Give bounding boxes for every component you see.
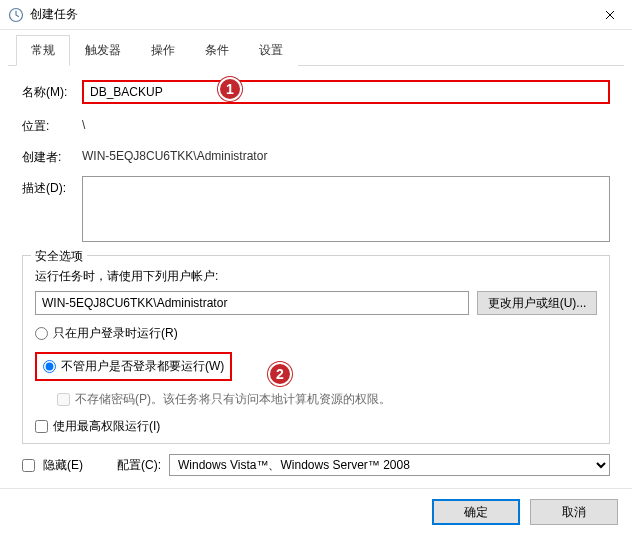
name-input[interactable] [82, 80, 610, 104]
tab-conditions[interactable]: 条件 [190, 35, 244, 66]
tab-general[interactable]: 常规 [16, 35, 70, 66]
highest-privileges-label[interactable]: 使用最高权限运行(I) [53, 418, 160, 435]
hidden-label[interactable]: 隐藏(E) [43, 457, 83, 474]
callout-2: 2 [268, 362, 292, 386]
security-legend: 安全选项 [31, 248, 87, 265]
tab-settings[interactable]: 设置 [244, 35, 298, 66]
no-store-password-checkbox [57, 393, 70, 406]
config-for-select[interactable]: Windows Vista™、Windows Server™ 2008 [169, 454, 610, 476]
account-input[interactable] [35, 291, 469, 315]
tab-triggers[interactable]: 触发器 [70, 35, 136, 66]
only-logged-on-radio[interactable] [35, 327, 48, 340]
run-as-prompt: 运行任务时，请使用下列用户帐户: [35, 268, 597, 285]
only-logged-on-label[interactable]: 只在用户登录时运行(R) [53, 325, 178, 342]
general-panel: 名称(M): 位置: \ 创建者: WIN-5EQJ8CU6TKK\Admini… [0, 66, 632, 444]
tab-actions[interactable]: 操作 [136, 35, 190, 66]
location-label: 位置: [22, 114, 82, 135]
config-for-label: 配置(C): [117, 457, 161, 474]
button-bar: 确定 取消 [0, 488, 632, 537]
cancel-button[interactable]: 取消 [530, 499, 618, 525]
change-user-button[interactable]: 更改用户或组(U)... [477, 291, 597, 315]
hidden-checkbox[interactable] [22, 459, 35, 472]
description-input[interactable] [82, 176, 610, 242]
window-title: 创建任务 [30, 6, 587, 23]
security-options-group: 安全选项 运行任务时，请使用下列用户帐户: 更改用户或组(U)... 只在用户登… [22, 255, 610, 444]
clock-icon [8, 7, 24, 23]
location-value: \ [82, 114, 610, 132]
ok-button[interactable]: 确定 [432, 499, 520, 525]
no-store-password-label: 不存储密码(P)。该任务将只有访问本地计算机资源的权限。 [75, 391, 391, 408]
titlebar: 创建任务 [0, 0, 632, 30]
creator-label: 创建者: [22, 145, 82, 166]
close-button[interactable] [587, 0, 632, 30]
name-label: 名称(M): [22, 80, 82, 101]
tabstrip: 常规 触发器 操作 条件 设置 [8, 30, 624, 66]
highest-privileges-checkbox[interactable] [35, 420, 48, 433]
whether-or-not-label[interactable]: 不管用户是否登录都要运行(W) [61, 358, 224, 375]
callout-1: 1 [218, 77, 242, 101]
whether-or-not-radio[interactable] [43, 360, 56, 373]
whether-or-not-highlight: 不管用户是否登录都要运行(W) [35, 352, 232, 381]
bottom-row: 隐藏(E) 配置(C): Windows Vista™、Windows Serv… [0, 444, 632, 486]
description-label: 描述(D): [22, 176, 82, 197]
creator-value: WIN-5EQJ8CU6TKK\Administrator [82, 145, 610, 163]
close-icon [605, 10, 615, 20]
